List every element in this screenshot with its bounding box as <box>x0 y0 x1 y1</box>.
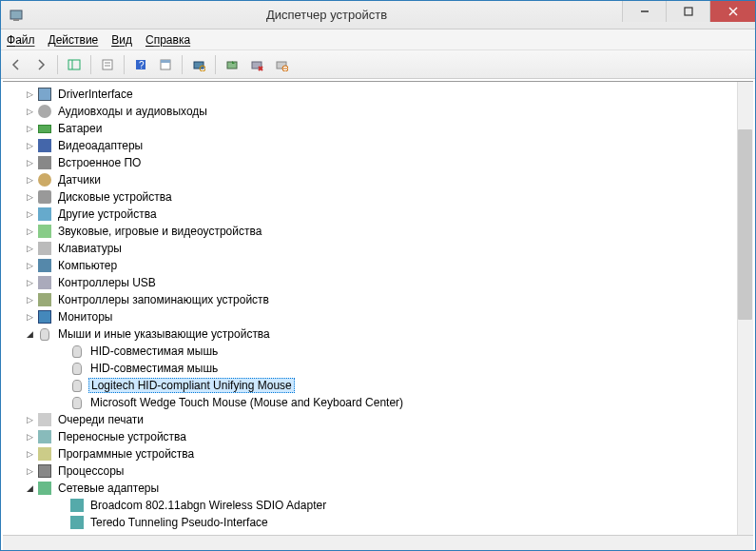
tree-node[interactable]: HID-совместимая мышь <box>3 360 753 377</box>
expand-icon[interactable]: ▷ <box>24 157 35 168</box>
show-hide-tree-button[interactable] <box>63 53 86 76</box>
tree-node[interactable]: ▷Датчики <box>3 171 753 188</box>
properties-sheet-button[interactable] <box>154 53 177 76</box>
menu-view[interactable]: Вид <box>111 33 132 47</box>
tree-node-label[interactable]: Broadcom 802.11abgn Wireless SDIO Adapte… <box>88 499 328 512</box>
properties-button[interactable] <box>96 53 119 76</box>
tree-node-label[interactable]: Аудиовходы и аудиовыходы <box>56 105 209 118</box>
expand-icon[interactable]: ▷ <box>24 414 35 425</box>
expand-icon[interactable]: ▷ <box>24 294 35 305</box>
soft-icon <box>37 446 52 462</box>
tree-node[interactable]: Teredo Tunneling Pseudo-Interface <box>3 514 753 531</box>
tree-node-label[interactable]: Microsoft Wedge Touch Mouse (Mouse and K… <box>88 396 405 409</box>
expand-icon[interactable]: ▷ <box>24 140 35 151</box>
disable-button[interactable] <box>270 53 293 76</box>
tree-node-label[interactable]: Видеоадаптеры <box>56 139 145 152</box>
collapse-icon[interactable]: ◢ <box>24 482 35 494</box>
tree-node-label[interactable]: Компьютер <box>56 259 119 272</box>
tree-node[interactable]: ▷Очереди печати <box>3 411 753 428</box>
tree-node[interactable]: ▷Звуковые, игровые и видеоустройства <box>3 223 753 240</box>
tree-node-label[interactable]: Мыши и иные указывающие устройства <box>56 327 272 341</box>
tree-node[interactable]: ▷Аудиовходы и аудиовыходы <box>3 103 753 120</box>
expand-icon[interactable]: ▷ <box>24 174 35 186</box>
keyboard-icon <box>37 241 52 256</box>
battery-icon <box>37 121 52 136</box>
back-button[interactable] <box>5 53 28 76</box>
tree-node-label[interactable]: Клавиатуры <box>56 242 124 255</box>
tree-node-label[interactable]: Контроллеры USB <box>56 276 158 289</box>
tree-node[interactable]: ▷Компьютер <box>3 257 753 274</box>
menu-file[interactable]: Файл <box>7 33 35 47</box>
tree-node-label[interactable]: Батареи <box>56 122 104 135</box>
svg-rect-14 <box>161 60 170 63</box>
tree-node-label[interactable]: Очереди печати <box>56 413 145 426</box>
tree-node-label[interactable]: Звуковые, игровые и видеоустройства <box>56 225 263 238</box>
expand-icon[interactable]: ▷ <box>24 243 35 254</box>
tree-node[interactable]: ▷Переносные устройства <box>3 428 753 445</box>
expand-icon[interactable]: ▷ <box>24 123 35 134</box>
tree-node[interactable]: ◢Мыши и иные указывающие устройства <box>3 325 753 343</box>
expand-icon[interactable]: ▷ <box>24 89 35 100</box>
tree-node-label[interactable]: Мониторы <box>56 310 114 324</box>
expand-icon[interactable]: ▷ <box>24 277 35 288</box>
scrollbar[interactable] <box>737 82 753 535</box>
tree-node-label[interactable]: Программные устройства <box>56 447 196 461</box>
tree-node[interactable]: ▷Батареи <box>3 120 753 137</box>
tree-node[interactable]: ▷Клавиатуры <box>3 240 753 257</box>
tree-node[interactable]: HID-совместимая мышь <box>3 343 753 360</box>
expand-icon[interactable]: ▷ <box>24 226 35 237</box>
tree-node-label[interactable]: Дисковые устройства <box>56 190 174 204</box>
no-expand <box>56 517 68 528</box>
uninstall-button[interactable] <box>245 53 268 76</box>
expand-icon[interactable]: ▷ <box>24 431 35 443</box>
expand-icon[interactable]: ▷ <box>24 208 35 220</box>
tree-node-label[interactable]: Встроенное ПО <box>56 156 143 169</box>
tree-node[interactable]: ▷Видеоадаптеры <box>3 137 753 154</box>
expand-icon[interactable]: ▷ <box>24 448 35 460</box>
scan-hardware-button[interactable] <box>187 53 210 76</box>
expand-icon[interactable]: ▷ <box>24 106 35 117</box>
tree-node[interactable]: ▷Другие устройства <box>3 206 753 223</box>
dev-icon <box>37 87 52 102</box>
close-button[interactable] <box>709 1 755 22</box>
tree-node-label[interactable]: DriverInterface <box>56 88 135 101</box>
tree-node-label[interactable]: Датчики <box>56 173 103 187</box>
tree-node-label[interactable]: HID-совместимая мышь <box>88 362 220 375</box>
tree-node-label[interactable]: Teredo Tunneling Pseudo-Interface <box>88 516 270 529</box>
tree-node[interactable]: ▷Процессоры <box>3 462 753 480</box>
tree-node[interactable]: ◢Сетевые адаптеры <box>3 480 753 497</box>
update-driver-button[interactable] <box>221 53 243 76</box>
minimize-button[interactable] <box>622 1 666 22</box>
tree-node[interactable]: ▷Мониторы <box>3 308 753 325</box>
tree-node-label[interactable]: Переносные устройства <box>56 430 188 443</box>
tree-node-label[interactable]: HID-совместимая мышь <box>88 344 220 358</box>
tree-node-label[interactable]: Контроллеры запоминающих устройств <box>56 293 271 306</box>
tree-node-label[interactable]: Процессоры <box>56 464 126 478</box>
tree-node[interactable]: ▷Контроллеры запоминающих устройств <box>3 291 753 308</box>
tree-node-label[interactable]: Другие устройства <box>56 207 159 221</box>
tree-node[interactable]: Microsoft Wedge Touch Mouse (Mouse and K… <box>3 394 753 411</box>
menu-help[interactable]: Справка <box>145 33 190 47</box>
maximize-button[interactable] <box>666 1 709 22</box>
tree-node[interactable]: ▷Встроенное ПО <box>3 154 753 171</box>
menu-action[interactable]: Действие <box>48 33 99 47</box>
help-button[interactable]: ? <box>129 53 152 76</box>
expand-icon[interactable]: ▷ <box>24 465 35 477</box>
collapse-icon[interactable]: ◢ <box>24 328 35 340</box>
tree-node[interactable]: ▷Программные устройства <box>3 445 753 462</box>
menubar: Файл Действие Вид Справка <box>1 30 755 50</box>
scrollbar-thumb[interactable] <box>738 129 752 320</box>
tree-node[interactable]: Logitech HID-compliant Unifying Mouse <box>3 377 753 394</box>
forward-button[interactable] <box>29 53 52 76</box>
expand-icon[interactable]: ▷ <box>24 260 35 271</box>
tree-node[interactable]: ▷DriverInterface <box>3 86 753 103</box>
device-tree[interactable]: ▷DriverInterface▷Аудиовходы и аудиовыход… <box>3 82 753 535</box>
tree-node-label[interactable]: Logitech HID-compliant Unifying Mouse <box>88 378 295 393</box>
tree-node[interactable]: ▷Дисковые устройства <box>3 188 753 206</box>
monitor-icon <box>37 309 52 325</box>
tree-node-label[interactable]: Сетевые адаптеры <box>56 482 161 495</box>
expand-icon[interactable]: ▷ <box>24 191 35 203</box>
expand-icon[interactable]: ▷ <box>24 311 35 323</box>
tree-node[interactable]: ▷Контроллеры USB <box>3 274 753 291</box>
tree-node[interactable]: Broadcom 802.11abgn Wireless SDIO Adapte… <box>3 497 753 514</box>
